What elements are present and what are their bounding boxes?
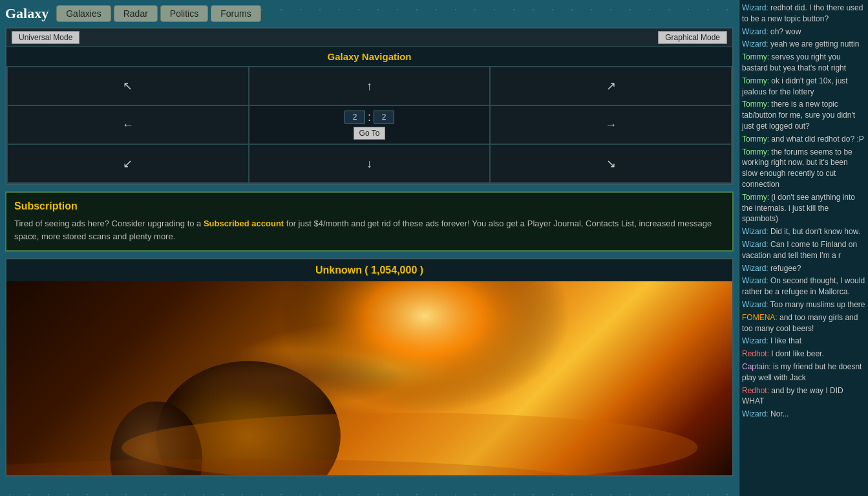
arrow-se: ↘ xyxy=(606,156,616,171)
chat-message: Wizard: oh? wow xyxy=(742,27,865,38)
arrow-ne: ↗ xyxy=(606,79,616,93)
coord-separator: : xyxy=(368,111,371,124)
chat-message: Wizard: redhot did. I tho there used to … xyxy=(742,3,865,25)
arrow-w: ← xyxy=(122,118,134,132)
chat-message: FOMENA: and too many girls and too many … xyxy=(742,312,865,334)
chat-message: Wizard: Did it, but don't know how. xyxy=(742,226,865,237)
galaxy-image-box: Unknown ( 1,054,000 ) xyxy=(5,258,734,477)
nav-center: : Go To xyxy=(249,105,491,144)
chat-message: Tommy: there is a new topic tab/button f… xyxy=(742,99,865,131)
tab-radar[interactable]: Radar xyxy=(114,5,158,22)
nav-se[interactable]: ↘ xyxy=(490,144,732,183)
coord-row: : xyxy=(344,111,394,124)
nav-ne[interactable]: ↗ xyxy=(490,67,732,105)
subscription-text: Tired of seeing ads here? Consider upgra… xyxy=(14,217,725,243)
sub-highlight: Subscribed account xyxy=(204,219,284,228)
chat-messages: Wizard: redhot did. I tho there used to … xyxy=(742,3,865,420)
chat-message: Wizard: I like that xyxy=(742,336,865,347)
nav-s[interactable]: ↓ xyxy=(249,144,491,183)
galaxy-image xyxy=(6,281,732,475)
chat-message: Wizard: Too many muslims up there xyxy=(742,299,865,310)
nav-grid: ↖ ↑ ↗ ← : Go To → xyxy=(6,66,732,184)
site-title: Galaxy xyxy=(5,5,48,22)
galaxy-nav-title: Galaxy Navigation xyxy=(6,47,732,66)
chat-panel: Wizard: redhot did. I tho there used to … xyxy=(739,0,868,496)
mode-row: Universal Mode Graphical Mode xyxy=(6,28,732,47)
coord-x-input[interactable] xyxy=(344,111,365,124)
arrow-s: ↓ xyxy=(366,157,372,171)
chat-message: Tommy: (i don't see anything into the in… xyxy=(742,192,865,224)
arrow-nw: ↖ xyxy=(123,79,132,93)
subscription-box: Subscription Tired of seeing ads here? C… xyxy=(5,191,734,252)
sub-text-before: Tired of seeing ads here? Consider upgra… xyxy=(14,219,204,228)
chat-message: Tommy: serves you right you bastard but … xyxy=(742,52,865,74)
nav-w[interactable]: ← xyxy=(7,105,249,144)
arrow-e: → xyxy=(605,118,617,132)
tab-politics[interactable]: Politics xyxy=(160,5,208,22)
chat-message: Tommy: ok i didn't get 10x, just jealous… xyxy=(742,76,865,98)
subscription-title: Subscription xyxy=(14,200,725,212)
nav-nw[interactable]: ↖ xyxy=(7,67,249,105)
tab-galaxies[interactable]: Galaxies xyxy=(56,5,111,22)
chat-message: Wizard: Can I come to Finland on vacatio… xyxy=(742,239,865,261)
arrow-sw: ↙ xyxy=(123,156,132,171)
goto-button[interactable]: Go To xyxy=(354,127,386,140)
chat-message: Wizard: refugee? xyxy=(742,263,865,274)
chat-message: Tommy: and what did redhot do? :P xyxy=(742,134,865,145)
chat-message: Captain: is my friend but he doesnt play… xyxy=(742,361,865,383)
galaxy-image-title: Unknown ( 1,054,000 ) xyxy=(6,259,732,281)
tab-forums[interactable]: Forums xyxy=(211,5,260,22)
graphical-mode-button[interactable]: Graphical Mode xyxy=(658,31,727,44)
nav-sw[interactable]: ↙ xyxy=(7,144,249,183)
chat-message: Redhot: and by the way I DID WHAT xyxy=(742,385,865,407)
galaxy-nav-box: Universal Mode Graphical Mode Galaxy Nav… xyxy=(5,27,734,185)
chat-message: Tommy: the forums seems to be working ri… xyxy=(742,147,865,190)
chat-message: Wizard: Nor... xyxy=(742,409,865,420)
nav-n[interactable]: ↑ xyxy=(249,67,491,105)
chat-message: Redhot: I dont like beer. xyxy=(742,349,865,360)
chat-message: Wizard: On second thought, I would rathe… xyxy=(742,275,865,297)
coord-y-input[interactable] xyxy=(374,111,394,124)
top-navigation: Galaxy Galaxies Radar Politics Forums xyxy=(5,5,734,22)
chat-message: Wizard: yeah we are getting nuttin xyxy=(742,39,865,50)
nav-e[interactable]: → xyxy=(490,105,732,144)
arrow-n: ↑ xyxy=(366,80,372,93)
universal-mode-button[interactable]: Universal Mode xyxy=(12,31,79,44)
